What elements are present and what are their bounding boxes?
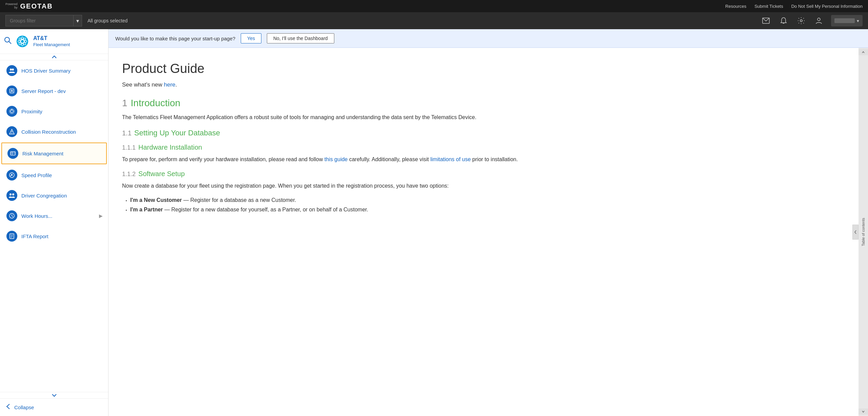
body-mid: carefully. Additionally, please visit <box>348 156 430 162</box>
sidebar: AT&T Fleet Management HOS Driver Summary <box>0 29 108 416</box>
powered-by-text2: by <box>14 6 18 10</box>
svg-point-2 <box>817 18 820 21</box>
body-suffix: prior to installation. <box>471 156 518 162</box>
sidebar-item-collision-reconstruction[interactable]: Collision Reconstruction <box>0 121 108 142</box>
toc-label-container: Table of contents <box>861 55 865 409</box>
sidebar-item-server-report-dev[interactable]: Server Report - dev <box>0 81 108 101</box>
list-item-new-customer-bold: I'm a New Customer <box>130 197 182 203</box>
top-bar: Powered by GEOTAB Resources Submit Ticke… <box>0 0 868 12</box>
collapse-toc-btn[interactable] <box>852 225 859 240</box>
collision-icon <box>6 126 17 137</box>
limitations-link[interactable]: limitations of use <box>430 156 471 162</box>
sidebar-item-speed-profile[interactable]: Speed Profile <box>0 165 108 185</box>
svg-point-24 <box>9 193 12 195</box>
subtitle-prefix: See what's new <box>122 81 164 88</box>
here-link[interactable]: here <box>164 81 175 88</box>
sidebar-item-hos-driver-summary[interactable]: HOS Driver Summary <box>0 60 108 81</box>
no-dashboard-button[interactable]: No, I'll use the Dashboard <box>267 33 334 43</box>
svg-point-3 <box>5 37 9 42</box>
sidebar-item-driver-congregation[interactable]: Driver Congregation <box>0 185 108 206</box>
mail-icon-btn[interactable] <box>761 15 771 26</box>
collapse-label: Collapse <box>14 404 34 410</box>
sidebar-item-ifta-report[interactable]: IFTA Report <box>0 226 108 246</box>
svg-point-23 <box>12 175 13 176</box>
software-setup-list: I'm a New Customer — Register for a data… <box>122 195 563 215</box>
scroll-up-doc-btn[interactable] <box>859 49 868 55</box>
subsection-1-1-heading: 1.1 Setting Up Your Database <box>122 129 563 137</box>
svg-point-11 <box>12 69 14 71</box>
speed-profile-icon <box>6 170 17 181</box>
section-1-body: The Telematics Fleet Management Applicat… <box>122 113 563 122</box>
sub2-1-1-1-num: 1.1.1 <box>122 144 136 151</box>
sub2-1-1-1-heading: 1.1.1 Hardware Installation <box>122 144 563 151</box>
subtitle-suffix: . <box>175 81 177 88</box>
svg-point-18 <box>12 133 12 134</box>
scroll-up-indicator[interactable] <box>0 54 108 60</box>
risk-management-icon <box>7 148 18 159</box>
sidebar-item-work-hours[interactable]: Work Hours... ▶ <box>0 206 108 226</box>
submit-tickets-link[interactable]: Submit Tickets <box>754 4 783 9</box>
sidebar-item-label-risk-management: Risk Management <box>22 151 63 156</box>
sub2-1-1-2-heading: 1.1.2 Software Setup <box>122 170 563 178</box>
sidebar-item-risk-management[interactable]: Risk Management <box>1 143 107 164</box>
list-item-partner-bold: I'm a Partner <box>130 207 163 212</box>
scroll-down-doc-btn[interactable] <box>859 409 868 415</box>
driver-congregation-icon <box>6 190 17 201</box>
groups-filter-dropdown[interactable]: ▾ <box>73 15 82 26</box>
user-menu-btn[interactable]: ▾ <box>831 15 863 26</box>
list-item-partner: I'm a Partner — Register for a new datab… <box>130 205 563 215</box>
hos-driver-summary-icon <box>6 65 17 76</box>
yes-button[interactable]: Yes <box>241 33 261 43</box>
doc-container[interactable]: Table of contents Product Guide See what… <box>108 48 868 416</box>
resources-link[interactable]: Resources <box>725 4 746 9</box>
top-bar-left: Powered by GEOTAB <box>5 2 53 10</box>
list-item-new-customer: I'm a New Customer — Register for a data… <box>130 195 563 205</box>
server-report-icon <box>6 86 17 96</box>
sub2-1-1-2-num: 1.1.2 <box>122 171 136 178</box>
svg-line-4 <box>9 42 12 44</box>
scroll-down-indicator[interactable] <box>0 392 108 398</box>
ifta-report-icon <box>6 231 17 242</box>
sidebar-item-label-speed-profile: Speed Profile <box>21 172 52 178</box>
sub2-1-1-2-title: Software Setup <box>138 170 185 178</box>
gear-icon-btn[interactable] <box>796 15 807 26</box>
section-1-title: Introduction <box>131 98 180 109</box>
second-bar: ▾ All groups selected <box>0 12 868 29</box>
sidebar-item-label-proximity: Proximity <box>21 109 42 114</box>
doc-content: Product Guide See what's new here. 1 Int… <box>108 48 583 233</box>
main-layout: AT&T Fleet Management HOS Driver Summary <box>0 29 868 416</box>
sidebar-item-label-server-report-dev: Server Report - dev <box>21 88 66 94</box>
section-1-num: 1 <box>122 98 127 109</box>
svg-point-10 <box>10 69 12 71</box>
sidebar-item-label-work-hours: Work Hours... <box>21 213 52 219</box>
user-icon-btn[interactable] <box>813 15 824 26</box>
this-guide-link[interactable]: this guide <box>324 156 348 162</box>
doc-title: Product Guide <box>122 61 563 76</box>
sidebar-collapse-btn[interactable]: Collapse <box>0 398 108 416</box>
att-logo <box>16 35 29 48</box>
groups-filter-input[interactable] <box>5 15 73 26</box>
all-groups-text: All groups selected <box>87 18 127 23</box>
proximity-icon <box>6 106 17 117</box>
sidebar-item-label-hos-driver-summary: HOS Driver Summary <box>21 68 71 74</box>
sub2-1-1-1-title: Hardware Installation <box>138 144 202 151</box>
startup-question: Would you like to make this page your st… <box>115 36 235 41</box>
do-not-sell-link[interactable]: Do Not Sell My Personal Information <box>791 4 863 9</box>
search-btn[interactable] <box>4 37 12 46</box>
work-hours-icon <box>6 210 17 221</box>
sidebar-item-proximity[interactable]: Proximity <box>0 101 108 121</box>
top-bar-right: Resources Submit Tickets Do Not Sell My … <box>725 4 863 9</box>
brand-subtitle: Fleet Management <box>33 42 70 48</box>
collapse-arrow-icon <box>5 403 12 411</box>
svg-rect-19 <box>11 152 15 155</box>
toc-sidebar: Table of contents <box>859 48 868 416</box>
doc-subtitle: See what's new here. <box>122 81 563 88</box>
geotab-logo: GEOTAB <box>20 2 53 10</box>
svg-point-1 <box>800 20 802 22</box>
bell-icon-btn[interactable] <box>778 15 789 26</box>
user-dropdown-arrow: ▾ <box>857 18 859 23</box>
list-item-partner-text: — Register for a new database for yourse… <box>163 207 368 212</box>
svg-point-13 <box>11 110 13 113</box>
list-item-new-customer-text: — Register for a database as a new Custo… <box>182 197 296 203</box>
sidebar-header: AT&T Fleet Management <box>0 29 108 54</box>
